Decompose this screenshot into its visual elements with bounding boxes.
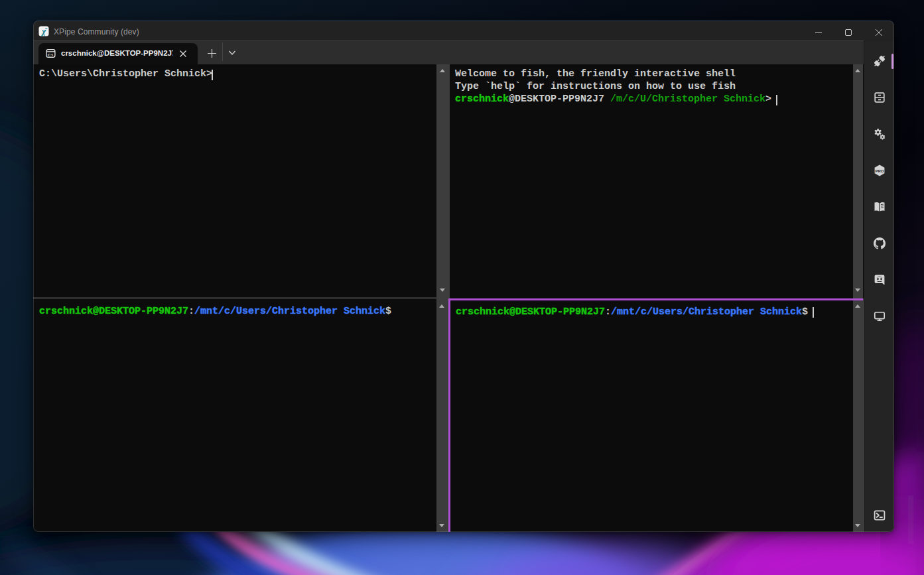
svg-text:χ: χ xyxy=(40,27,46,36)
svg-text:PRO: PRO xyxy=(875,169,884,173)
svg-text:C:\: C:\ xyxy=(48,52,54,57)
